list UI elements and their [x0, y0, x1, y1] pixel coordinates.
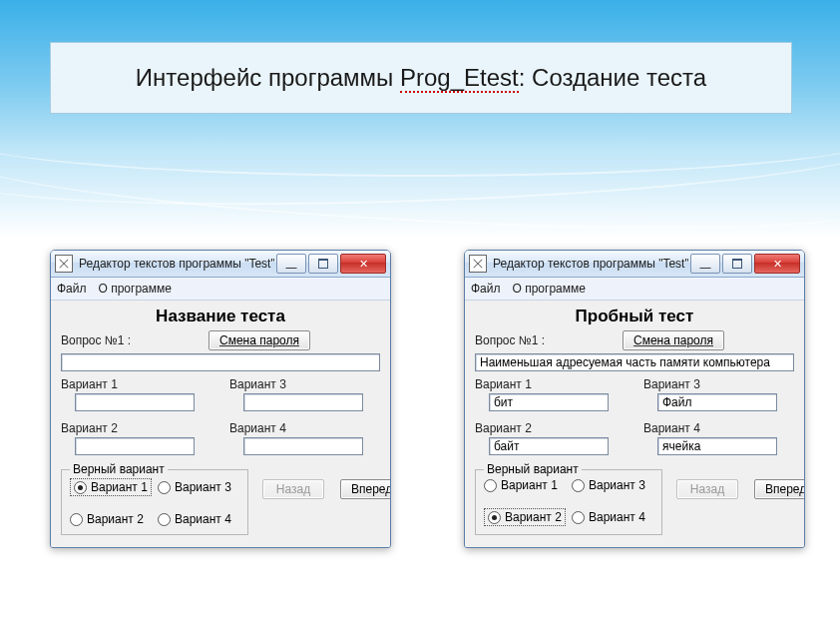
question-number-label: Вопрос №1 :	[61, 333, 131, 347]
radio-variant3[interactable]: Вариант 3	[158, 478, 239, 496]
variant2-input[interactable]	[75, 437, 195, 455]
question-number-label: Вопрос №1 :	[475, 333, 545, 347]
slide-title-pre: Интерфейс программы	[136, 64, 400, 91]
maximize-button[interactable]	[308, 254, 338, 274]
variant1-label: Вариант 1	[61, 377, 211, 391]
change-password-button[interactable]: Смена пароля	[209, 330, 310, 350]
question-input[interactable]	[475, 353, 794, 371]
variant2-input[interactable]	[489, 437, 609, 455]
forward-button[interactable]: Вперед	[754, 479, 805, 499]
radio-variant4[interactable]: Вариант 4	[158, 512, 239, 526]
test-header: Пробный тест	[475, 307, 794, 326]
back-button[interactable]: Назад	[262, 479, 324, 499]
menu-about[interactable]: О программе	[513, 282, 586, 296]
app-icon	[469, 255, 487, 273]
variant1-label: Вариант 1	[475, 377, 626, 391]
correct-variant-legend: Верный вариант	[70, 462, 168, 476]
window-title: Редактор текстов программы "Test"	[79, 257, 274, 271]
menu-about[interactable]: О программе	[99, 282, 172, 296]
change-password-button[interactable]: Смена пароля	[623, 330, 724, 350]
back-button[interactable]: Назад	[676, 479, 738, 499]
slide-title-post: : Создание теста	[519, 64, 706, 91]
variant3-label: Вариант 3	[643, 377, 794, 391]
radio-variant1[interactable]: Вариант 1	[484, 478, 566, 492]
correct-variant-group: Верный вариант Вариант 1 Вариант 3 Вариа…	[475, 469, 662, 535]
menu-file[interactable]: Файл	[57, 282, 87, 296]
forward-button[interactable]: Вперед	[340, 479, 391, 499]
close-button[interactable]: ✕	[340, 254, 386, 274]
test-header: Название теста	[61, 307, 380, 326]
slide-title-mid: Prog_Etest	[400, 64, 519, 93]
maximize-button[interactable]	[722, 254, 752, 274]
correct-variant-group: Верный вариант Вариант 1 Вариант 3 Вариа…	[61, 469, 248, 535]
variant4-input[interactable]	[657, 437, 777, 455]
question-input[interactable]	[61, 353, 380, 371]
menu-file[interactable]: Файл	[471, 282, 501, 296]
minimize-button[interactable]: —	[276, 254, 306, 274]
variant2-label: Вариант 2	[475, 421, 626, 435]
minimize-button[interactable]: —	[690, 254, 720, 274]
variant4-label: Вариант 4	[229, 421, 380, 435]
titlebar[interactable]: Редактор текстов программы "Test" — ✕	[465, 251, 804, 278]
decorative-wave	[0, 115, 840, 246]
slide-title: Интерфейс программы Prog_Etest: Создание…	[50, 42, 792, 114]
app-icon	[55, 255, 73, 273]
variant4-label: Вариант 4	[643, 421, 794, 435]
correct-variant-legend: Верный вариант	[484, 462, 582, 476]
titlebar[interactable]: Редактор текстов программы "Test" — ✕	[51, 251, 390, 278]
editor-window-empty: Редактор текстов программы "Test" — ✕ Фа…	[50, 250, 391, 548]
close-button[interactable]: ✕	[754, 254, 800, 274]
variant1-input[interactable]	[75, 393, 195, 411]
radio-variant2[interactable]: Вариант 2	[70, 512, 152, 526]
radio-variant2[interactable]: Вариант 2	[484, 508, 566, 526]
decorative-wave	[0, 104, 840, 219]
variant4-input[interactable]	[243, 437, 363, 455]
variant3-label: Вариант 3	[229, 377, 380, 391]
radio-variant1[interactable]: Вариант 1	[70, 478, 152, 496]
radio-variant3[interactable]: Вариант 3	[572, 478, 653, 492]
variant3-input[interactable]	[243, 393, 363, 411]
editor-window-filled: Редактор текстов программы "Test" — ✕ Фа…	[464, 250, 805, 548]
variant2-label: Вариант 2	[61, 421, 211, 435]
variant1-input[interactable]	[489, 393, 609, 411]
variant3-input[interactable]	[657, 393, 777, 411]
window-title: Редактор текстов программы "Test"	[493, 257, 688, 271]
radio-variant4[interactable]: Вариант 4	[572, 508, 653, 526]
